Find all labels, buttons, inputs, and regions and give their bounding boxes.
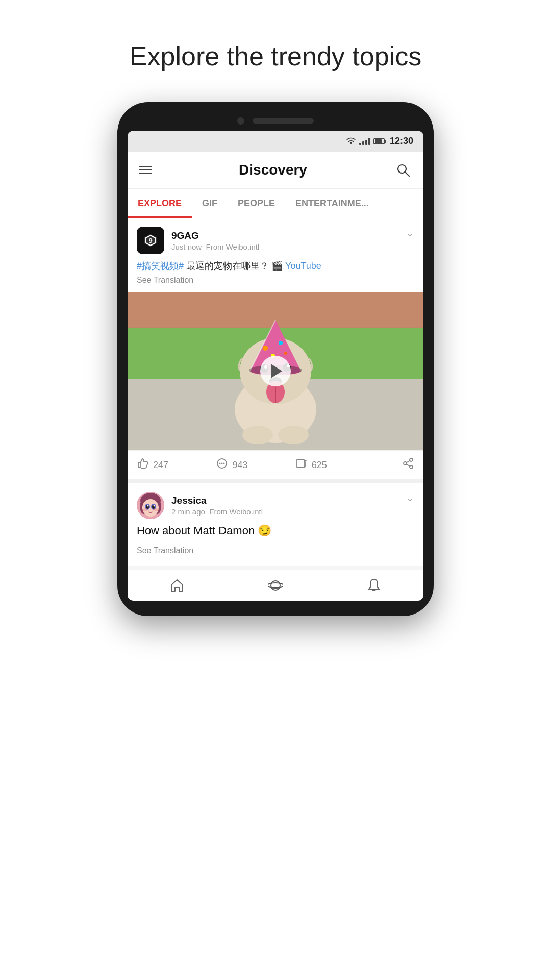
- bottom-nav: [128, 570, 423, 601]
- svg-point-28: [278, 426, 309, 444]
- repost-button[interactable]: 625: [295, 458, 374, 472]
- tab-bar: EXPLORE GIF PEOPLE ENTERTAINME...: [128, 189, 423, 218]
- svg-point-34: [410, 458, 413, 461]
- svg-line-1: [406, 173, 410, 177]
- svg-point-36: [410, 465, 413, 469]
- feed-content: 9 9GAG Just now From Weibo.intl ⌄ #: [128, 218, 423, 566]
- post-body-text: 最逗的宠物在哪里？: [186, 261, 269, 271]
- play-icon: [271, 364, 282, 378]
- svg-point-15: [279, 341, 283, 345]
- youtube-link[interactable]: YouTube: [285, 261, 321, 271]
- tab-gif[interactable]: GIF: [192, 189, 228, 218]
- svg-line-38: [406, 464, 410, 467]
- like-icon: [137, 458, 149, 472]
- phone-speaker: [253, 118, 314, 124]
- poster-name: Jessica: [171, 495, 263, 506]
- svg-point-43: [142, 499, 159, 517]
- svg-point-31: [221, 463, 223, 464]
- svg-rect-33: [297, 459, 304, 468]
- home-icon: [170, 578, 184, 593]
- poster-name: 9GAG: [171, 230, 259, 241]
- svg-point-49: [154, 505, 155, 507]
- phone-screen: 12:30 Discovery EXPLORE GIF: [128, 131, 423, 601]
- nav-discover[interactable]: [226, 570, 324, 601]
- comment-button[interactable]: 943: [216, 458, 295, 472]
- video-icon: 🎬: [271, 261, 283, 271]
- svg-point-51: [153, 508, 158, 511]
- svg-point-17: [284, 352, 287, 355]
- search-icon: [396, 163, 410, 177]
- app-title: Discovery: [239, 162, 307, 178]
- poster-info: 9GAG Just now From Weibo.intl: [171, 230, 259, 251]
- svg-point-0: [398, 165, 406, 173]
- chevron-down-icon[interactable]: ⌄: [406, 492, 414, 504]
- post-card: Jessica 2 min ago From Weibo.intl ⌄ How …: [128, 483, 423, 566]
- avatar: [137, 492, 164, 519]
- post-header: 9 9GAG Just now From Weibo.intl ⌄: [128, 218, 423, 259]
- svg-point-14: [263, 346, 268, 351]
- see-translation-link[interactable]: See Translation: [137, 276, 193, 284]
- wifi-icon: [346, 137, 356, 145]
- tab-entertainment[interactable]: ENTERTAINME...: [285, 189, 379, 218]
- svg-point-48: [147, 505, 149, 507]
- post-card: 9 9GAG Just now From Weibo.intl ⌄ #: [128, 218, 423, 479]
- top-bar: Discovery: [128, 152, 423, 189]
- post-header: Jessica 2 min ago From Weibo.intl ⌄: [128, 483, 423, 524]
- post-meta: 2 min ago From Weibo.intl: [171, 507, 263, 516]
- poster-info: Jessica 2 min ago From Weibo.intl: [171, 495, 263, 516]
- phone-camera: [237, 117, 244, 125]
- svg-point-53: [268, 583, 283, 588]
- post-text: How about Matt Damon 😏: [128, 524, 423, 544]
- search-button[interactable]: [394, 161, 412, 179]
- svg-point-27: [242, 426, 273, 444]
- status-time: 12:30: [390, 136, 413, 146]
- hashtag-text[interactable]: #搞笑视频#: [137, 261, 184, 271]
- signal-icon: [359, 138, 370, 145]
- nav-notifications[interactable]: [325, 570, 423, 601]
- phone-frame: 12:30 Discovery EXPLORE GIF: [117, 102, 434, 616]
- avatar: 9: [137, 227, 164, 254]
- svg-text:9: 9: [148, 237, 152, 244]
- see-translation-link[interactable]: See Translation: [128, 544, 423, 566]
- post-video-thumbnail[interactable]: [128, 292, 423, 450]
- svg-line-37: [406, 461, 410, 463]
- like-button[interactable]: 247: [137, 458, 216, 472]
- share-icon: [402, 458, 414, 472]
- page-title: Explore the trendy topics: [130, 41, 421, 71]
- repost-icon: [295, 458, 308, 472]
- nav-home[interactable]: [128, 570, 226, 601]
- svg-point-35: [404, 462, 407, 465]
- battery-icon: [373, 138, 385, 144]
- bell-icon: [367, 578, 381, 593]
- share-button[interactable]: [374, 458, 414, 472]
- post-meta: Just now From Weibo.intl: [171, 242, 259, 251]
- tab-explore[interactable]: EXPLORE: [128, 189, 192, 218]
- tab-people[interactable]: PEOPLE: [228, 189, 285, 218]
- post-text: #搞笑视频# 最逗的宠物在哪里？ 🎬 YouTube See Translati…: [128, 259, 423, 292]
- comment-icon: [216, 458, 228, 472]
- comment-count: 943: [232, 460, 247, 471]
- repost-count: 625: [312, 460, 327, 471]
- svg-point-50: [143, 508, 148, 511]
- post-actions: 247 943: [128, 450, 423, 479]
- status-icons: 12:30: [346, 136, 413, 146]
- phone-notch: [128, 117, 423, 125]
- planet-icon: [268, 578, 283, 593]
- chevron-down-icon[interactable]: ⌄: [406, 227, 414, 239]
- like-count: 247: [153, 460, 168, 471]
- status-bar: 12:30: [128, 131, 423, 152]
- svg-point-32: [223, 463, 225, 464]
- svg-point-30: [219, 463, 221, 464]
- play-button[interactable]: [260, 356, 291, 386]
- menu-button[interactable]: [139, 166, 152, 174]
- svg-point-52: [271, 581, 280, 590]
